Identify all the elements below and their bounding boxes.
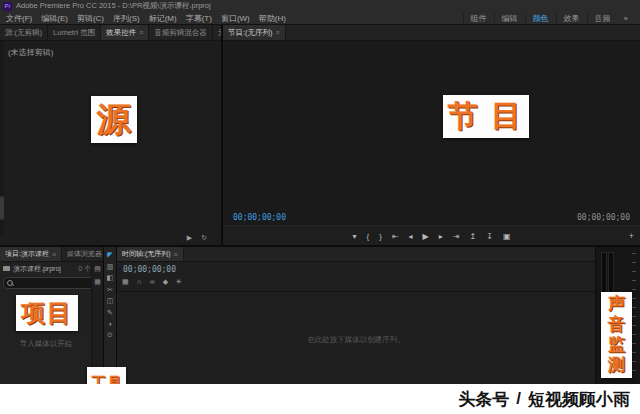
menu-edit[interactable]: 编辑(E)	[41, 13, 68, 24]
panel-menu-icon[interactable]: ≡	[52, 251, 56, 258]
title-bar: Pr Adobe Premiere Pro CC 2015 - D:\PR视频\…	[0, 0, 640, 12]
project-file-name: 演示课程.prproj	[13, 264, 61, 274]
menu-sequence[interactable]: 序列(S)	[113, 13, 140, 24]
play-audio-icon[interactable]: ▶	[187, 234, 192, 242]
timeline-empty-label: 在此处放下媒体以创建序列。	[117, 335, 595, 345]
timeline-timecode[interactable]: 00;00;00;00	[123, 265, 176, 274]
effect-controls-footer: ▶ ↻	[187, 234, 207, 242]
tab-source-monitor[interactable]: 源:(无剪辑)	[0, 25, 48, 40]
timeline-divider	[117, 291, 595, 292]
track-select-forward-tool[interactable]: ▥	[107, 263, 114, 271]
tools-panel: ◤ ▥ ◧ ✂ ◫ ✎ ◖ ⊙	[104, 247, 116, 384]
timeline-toolbar: ▦ ∩ ∞ ◆ ✳	[122, 278, 182, 286]
watermark-bar: 头条号 / 短视频顾小雨	[0, 384, 640, 414]
extract-icon[interactable]: ↧	[486, 232, 493, 241]
transport-controls: ▾ { } ⇤ ◂ ▶ ▸ ⇥ ↥ ↧ ▣	[223, 225, 640, 245]
scrollbar[interactable]	[0, 41, 4, 234]
audio-meter-scale	[632, 253, 636, 378]
program-monitor-panel: 节目:(无序列) ≡ 00;00;00;00 00;00;00;00 ▾ { }…	[223, 25, 640, 245]
menu-window[interactable]: 窗口(W)	[221, 13, 250, 24]
tab-timeline[interactable]: 时间轴:(无序列) ≡	[117, 247, 184, 261]
annotation-program: 节 目	[443, 95, 529, 138]
step-back-icon[interactable]: ◂	[409, 232, 413, 241]
list-view-icon[interactable]: ▤	[94, 265, 101, 273]
menu-help[interactable]: 帮助(H)	[259, 13, 286, 24]
panel-menu-icon[interactable]: ≡	[174, 251, 178, 258]
annotation-project: 项目	[16, 295, 78, 331]
menu-file[interactable]: 文件(F)	[6, 13, 32, 24]
export-frame-icon[interactable]: ▣	[503, 232, 511, 241]
menu-markers[interactable]: 标记(M)	[149, 13, 177, 24]
timeline-settings-icon[interactable]: ✳	[176, 278, 182, 286]
play-icon[interactable]: ▶	[423, 232, 429, 241]
tab-program-monitor[interactable]: 节目:(无序列) ≡	[223, 25, 286, 40]
program-tabbar: 节目:(无序列) ≡	[223, 25, 640, 41]
tab-project[interactable]: 项目:演示课程 ≡	[0, 247, 62, 261]
lift-icon[interactable]: ↥	[469, 232, 476, 241]
add-marker-icon[interactable]: ◆	[163, 278, 168, 286]
workspace-tab-effects[interactable]: 效果	[556, 13, 587, 24]
timeline-panel: 时间轴:(无序列) ≡ 00;00;00;00 ▦ ∩ ∞ ◆ ✳ 在此处放下媒…	[117, 247, 595, 384]
annotation-audio-monitor: 声 音 监 测	[601, 292, 632, 378]
tab-audio-clip-mixer[interactable]: 音频剪辑混合器	[149, 25, 213, 40]
tab-metadata[interactable]: 元数据	[213, 25, 221, 40]
linked-selection-icon[interactable]: ∞	[150, 278, 155, 286]
timeline-tabbar: 时间轴:(无序列) ≡	[117, 247, 595, 262]
watermark-author: 短视频顾小雨	[528, 388, 630, 411]
menu-bar: 文件(F) 编辑(E) 剪辑(C) 序列(S) 标记(M) 字幕(T) 窗口(W…	[0, 12, 640, 25]
razor-tool[interactable]: ✂	[107, 286, 113, 294]
slip-tool[interactable]: ◫	[107, 297, 114, 305]
panel-menu-icon[interactable]: ≡	[139, 29, 143, 36]
scrollbar-handle[interactable]	[0, 196, 4, 220]
search-icon	[7, 280, 13, 286]
watermark-site: 头条号	[458, 388, 509, 411]
hand-tool[interactable]: ◖	[108, 320, 112, 327]
premiere-logo-icon: Pr	[3, 2, 12, 11]
tab-lumetri-scopes[interactable]: Lumetri 范围	[48, 25, 101, 40]
mark-in-icon[interactable]: {	[367, 232, 370, 241]
workspace-tab-audio[interactable]: 音频	[587, 13, 618, 24]
go-to-out-icon[interactable]: ⇥	[453, 232, 460, 241]
zoom-tool[interactable]: ⊙	[107, 331, 113, 339]
project-search-input[interactable]	[3, 277, 100, 289]
tab-media-browser[interactable]: 媒体浏览器	[62, 247, 103, 261]
premiere-window: Pr Adobe Premiere Pro CC 2015 - D:\PR视频\…	[0, 0, 640, 414]
playhead-timecode[interactable]: 00;00;00;00	[233, 213, 286, 222]
workspace-tab-assembly[interactable]: 组件	[463, 13, 494, 24]
project-empty-label: 导入媒体以开始	[0, 339, 92, 349]
ripple-edit-tool[interactable]: ◧	[107, 274, 114, 282]
icon-view-icon[interactable]: ▦	[94, 278, 101, 286]
project-bin-icon	[3, 266, 10, 271]
window-title: Adobe Premiere Pro CC 2015 - D:\PR视频\演示课…	[16, 1, 211, 11]
pen-tool[interactable]: ✎	[107, 309, 113, 317]
project-view-rail: ▤ ▦	[91, 262, 103, 384]
workspace-tab-color[interactable]: 颜色	[525, 13, 556, 24]
no-clip-selected-label: (未选择剪辑)	[8, 47, 53, 58]
workspace-tab-editing[interactable]: 编辑	[494, 13, 525, 24]
project-file-row: 演示课程.prproj 0 个项	[0, 262, 103, 275]
source-group-tabbar: 源:(无剪辑) Lumetri 范围 效果控件 ≡ 音频剪辑混合器 元数据	[0, 25, 221, 41]
nest-toggle-icon[interactable]: ▦	[122, 278, 129, 286]
watermark-separator: /	[516, 389, 521, 409]
timecode-row: 00;00;00;00 00;00;00;00	[233, 213, 630, 222]
add-marker-icon[interactable]: ▾	[353, 232, 357, 241]
program-monitor-content: 00;00;00;00 00;00;00;00 ▾ { } ⇤ ◂ ▶ ▸ ⇥ …	[223, 41, 640, 245]
mark-out-icon[interactable]: }	[379, 232, 382, 241]
workspace-overflow-icon[interactable]: »	[618, 14, 634, 23]
go-to-in-icon[interactable]: ⇤	[392, 232, 399, 241]
effect-controls-content: (未选择剪辑) ▶ ↻	[0, 41, 221, 245]
panel-menu-icon[interactable]: ≡	[276, 29, 280, 36]
snap-icon[interactable]: ∩	[137, 278, 142, 286]
menu-titles[interactable]: 字幕(T)	[186, 13, 212, 24]
tab-effect-controls[interactable]: 效果控件 ≡	[101, 25, 149, 40]
menu-clip[interactable]: 剪辑(C)	[77, 13, 104, 24]
duration-timecode: 00;00;00;00	[577, 213, 630, 222]
workspace-switcher: 组件 编辑 颜色 效果 音频 »	[463, 13, 634, 24]
loop-playback-icon[interactable]: ↻	[201, 234, 207, 242]
step-forward-icon[interactable]: ▸	[439, 232, 443, 241]
selection-tool[interactable]: ◤	[107, 251, 112, 259]
button-editor-icon[interactable]: +	[629, 231, 634, 241]
project-tabbar: 项目:演示课程 ≡ 媒体浏览器 ▸	[0, 247, 103, 262]
annotation-source: 源	[91, 96, 137, 143]
